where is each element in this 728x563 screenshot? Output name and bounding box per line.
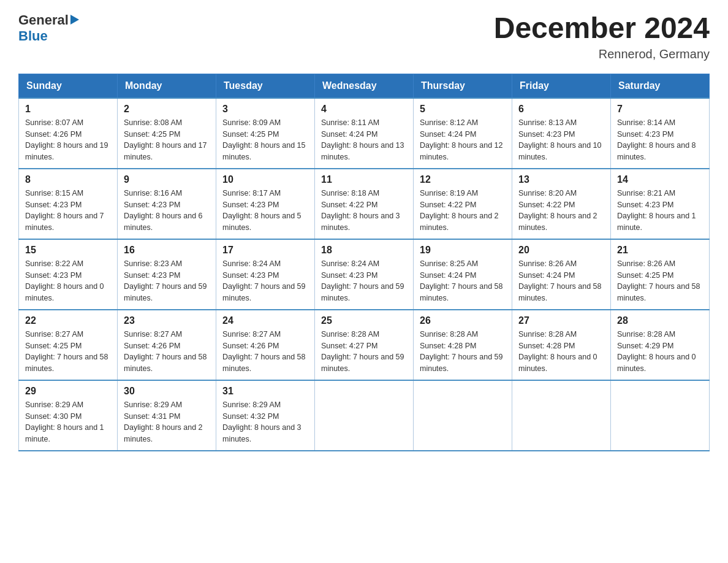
day-number: 17: [222, 245, 308, 256]
day-info: Sunrise: 8:28 AMSunset: 4:27 PMDaylight:…: [321, 329, 407, 375]
calendar-cell: 27Sunrise: 8:28 AMSunset: 4:28 PMDayligh…: [512, 310, 611, 380]
day-info: Sunrise: 8:20 AMSunset: 4:22 PMDaylight:…: [518, 188, 604, 234]
day-info: Sunrise: 8:21 AMSunset: 4:23 PMDaylight:…: [617, 188, 703, 234]
calendar-cell: 10Sunrise: 8:17 AMSunset: 4:23 PMDayligh…: [216, 169, 315, 239]
weekday-header-wednesday: Wednesday: [315, 74, 414, 98]
calendar-cell: 4Sunrise: 8:11 AMSunset: 4:24 PMDaylight…: [315, 98, 414, 169]
day-info: Sunrise: 8:18 AMSunset: 4:22 PMDaylight:…: [321, 188, 407, 234]
day-number: 2: [124, 104, 210, 115]
day-number: 7: [617, 104, 703, 115]
calendar-cell: 25Sunrise: 8:28 AMSunset: 4:27 PMDayligh…: [315, 310, 414, 380]
calendar-cell: 18Sunrise: 8:24 AMSunset: 4:23 PMDayligh…: [315, 239, 414, 310]
weekday-header-saturday: Saturday: [611, 74, 710, 98]
calendar-cell: 13Sunrise: 8:20 AMSunset: 4:22 PMDayligh…: [512, 169, 611, 239]
day-info: Sunrise: 8:26 AMSunset: 4:24 PMDaylight:…: [518, 258, 604, 304]
day-number: 24: [222, 315, 308, 326]
calendar-cell: 19Sunrise: 8:25 AMSunset: 4:24 PMDayligh…: [414, 239, 512, 310]
calendar-cell: 30Sunrise: 8:29 AMSunset: 4:31 PMDayligh…: [118, 380, 216, 451]
page-header: General Blue December 2024 Rennerod, Ger…: [18, 12, 710, 61]
day-number: 1: [25, 104, 111, 115]
day-info: Sunrise: 8:19 AMSunset: 4:22 PMDaylight:…: [420, 188, 506, 234]
day-info: Sunrise: 8:29 AMSunset: 4:30 PMDaylight:…: [25, 399, 111, 445]
day-number: 13: [518, 174, 604, 185]
calendar-cell: [512, 380, 611, 451]
day-info: Sunrise: 8:27 AMSunset: 4:26 PMDaylight:…: [124, 329, 210, 375]
day-number: 6: [518, 104, 604, 115]
day-number: 19: [420, 245, 506, 256]
month-year-title: December 2024: [494, 12, 710, 45]
calendar-cell: [414, 380, 512, 451]
calendar-cell: 17Sunrise: 8:24 AMSunset: 4:23 PMDayligh…: [216, 239, 315, 310]
calendar-cell: 20Sunrise: 8:26 AMSunset: 4:24 PMDayligh…: [512, 239, 611, 310]
day-number: 4: [321, 104, 407, 115]
day-info: Sunrise: 8:26 AMSunset: 4:25 PMDaylight:…: [617, 258, 703, 304]
day-number: 27: [518, 315, 604, 326]
weekday-header-monday: Monday: [118, 74, 216, 98]
day-number: 16: [124, 245, 210, 256]
calendar-cell: 6Sunrise: 8:13 AMSunset: 4:23 PMDaylight…: [512, 98, 611, 169]
day-number: 22: [25, 315, 111, 326]
logo-flag-icon: [70, 15, 79, 25]
calendar-cell: 5Sunrise: 8:12 AMSunset: 4:24 PMDaylight…: [414, 98, 512, 169]
calendar-cell: 11Sunrise: 8:18 AMSunset: 4:22 PMDayligh…: [315, 169, 414, 239]
day-number: 14: [617, 174, 703, 185]
weekday-header-thursday: Thursday: [414, 74, 512, 98]
day-number: 10: [222, 174, 308, 185]
day-number: 31: [222, 386, 308, 397]
calendar-cell: 3Sunrise: 8:09 AMSunset: 4:25 PMDaylight…: [216, 98, 315, 169]
day-number: 15: [25, 245, 111, 256]
calendar-week-row: 15Sunrise: 8:22 AMSunset: 4:23 PMDayligh…: [19, 239, 710, 310]
calendar-cell: 9Sunrise: 8:16 AMSunset: 4:23 PMDaylight…: [118, 169, 216, 239]
calendar-cell: [611, 380, 710, 451]
calendar-cell: 1Sunrise: 8:07 AMSunset: 4:26 PMDaylight…: [19, 98, 118, 169]
calendar-cell: 24Sunrise: 8:27 AMSunset: 4:26 PMDayligh…: [216, 310, 315, 380]
day-info: Sunrise: 8:07 AMSunset: 4:26 PMDaylight:…: [25, 117, 111, 163]
day-info: Sunrise: 8:22 AMSunset: 4:23 PMDaylight:…: [25, 258, 111, 304]
day-info: Sunrise: 8:15 AMSunset: 4:23 PMDaylight:…: [25, 188, 111, 234]
day-number: 12: [420, 174, 506, 185]
calendar-cell: 8Sunrise: 8:15 AMSunset: 4:23 PMDaylight…: [19, 169, 118, 239]
day-info: Sunrise: 8:08 AMSunset: 4:25 PMDaylight:…: [124, 117, 210, 163]
day-number: 20: [518, 245, 604, 256]
weekday-header-sunday: Sunday: [19, 74, 118, 98]
title-area: December 2024 Rennerod, Germany: [494, 12, 710, 61]
day-number: 18: [321, 245, 407, 256]
calendar-cell: 7Sunrise: 8:14 AMSunset: 4:23 PMDaylight…: [611, 98, 710, 169]
day-info: Sunrise: 8:28 AMSunset: 4:28 PMDaylight:…: [518, 329, 604, 375]
weekday-header-tuesday: Tuesday: [216, 74, 315, 98]
calendar-cell: 23Sunrise: 8:27 AMSunset: 4:26 PMDayligh…: [118, 310, 216, 380]
day-number: 21: [617, 245, 703, 256]
calendar-cell: 26Sunrise: 8:28 AMSunset: 4:28 PMDayligh…: [414, 310, 512, 380]
calendar-week-row: 1Sunrise: 8:07 AMSunset: 4:26 PMDaylight…: [19, 98, 710, 169]
day-info: Sunrise: 8:25 AMSunset: 4:24 PMDaylight:…: [420, 258, 506, 304]
day-number: 3: [222, 104, 308, 115]
calendar-cell: 15Sunrise: 8:22 AMSunset: 4:23 PMDayligh…: [19, 239, 118, 310]
logo-text-general: General: [18, 12, 69, 28]
day-info: Sunrise: 8:23 AMSunset: 4:23 PMDaylight:…: [124, 258, 210, 304]
day-info: Sunrise: 8:27 AMSunset: 4:26 PMDaylight:…: [222, 329, 308, 375]
day-number: 9: [124, 174, 210, 185]
day-info: Sunrise: 8:28 AMSunset: 4:29 PMDaylight:…: [617, 329, 703, 375]
location-subtitle: Rennerod, Germany: [494, 47, 710, 61]
day-number: 25: [321, 315, 407, 326]
weekday-header-row: SundayMondayTuesdayWednesdayThursdayFrid…: [19, 74, 710, 98]
day-info: Sunrise: 8:29 AMSunset: 4:31 PMDaylight:…: [124, 399, 210, 445]
calendar-cell: 16Sunrise: 8:23 AMSunset: 4:23 PMDayligh…: [118, 239, 216, 310]
day-number: 5: [420, 104, 506, 115]
calendar-cell: 2Sunrise: 8:08 AMSunset: 4:25 PMDaylight…: [118, 98, 216, 169]
day-info: Sunrise: 8:17 AMSunset: 4:23 PMDaylight:…: [222, 188, 308, 234]
calendar-cell: 21Sunrise: 8:26 AMSunset: 4:25 PMDayligh…: [611, 239, 710, 310]
day-info: Sunrise: 8:09 AMSunset: 4:25 PMDaylight:…: [222, 117, 308, 163]
calendar-cell: 31Sunrise: 8:29 AMSunset: 4:32 PMDayligh…: [216, 380, 315, 451]
calendar-week-row: 22Sunrise: 8:27 AMSunset: 4:25 PMDayligh…: [19, 310, 710, 380]
calendar-cell: [315, 380, 414, 451]
day-number: 11: [321, 174, 407, 185]
day-info: Sunrise: 8:14 AMSunset: 4:23 PMDaylight:…: [617, 117, 703, 163]
logo-text-blue: Blue: [18, 28, 48, 44]
day-info: Sunrise: 8:13 AMSunset: 4:23 PMDaylight:…: [518, 117, 604, 163]
calendar-cell: 22Sunrise: 8:27 AMSunset: 4:25 PMDayligh…: [19, 310, 118, 380]
calendar-cell: 12Sunrise: 8:19 AMSunset: 4:22 PMDayligh…: [414, 169, 512, 239]
day-number: 26: [420, 315, 506, 326]
day-number: 30: [124, 386, 210, 397]
logo: General Blue: [18, 12, 79, 44]
